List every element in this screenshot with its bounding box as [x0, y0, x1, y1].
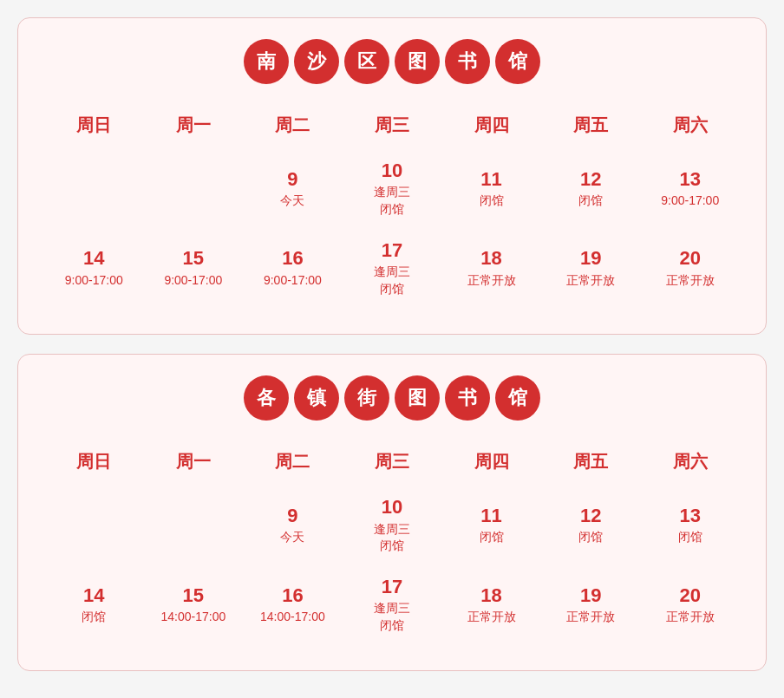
col-header-wed: 周三: [343, 108, 442, 151]
bubble-nan: 南: [244, 39, 289, 84]
title-row-nansha: 南 沙 区 图 书 馆: [44, 39, 740, 84]
cell-r2c3: 16 9:00-17:00: [243, 231, 343, 310]
title-bubbles-townships: 各 镇 街 图 书 馆: [244, 375, 540, 421]
bubble-shu: 书: [445, 39, 490, 84]
cell-r2c4: 17 逢周三闭馆: [343, 231, 442, 310]
bubble-qu: 区: [344, 39, 389, 84]
cell-r1c5: 11 闭馆: [441, 151, 541, 231]
col-header-fri: 周五: [541, 108, 641, 151]
bubble-sha: 沙: [294, 39, 339, 84]
bubble-shu2: 书: [445, 375, 490, 421]
col2-header-wed: 周三: [343, 445, 442, 487]
bubble-guan2: 馆: [495, 375, 540, 421]
cell2-r2c3: 16 14:00-17:00: [243, 567, 343, 647]
cell2-r2c2: 15 14:00-17:00: [144, 567, 244, 647]
cell-r1c2: [144, 151, 244, 231]
cell2-r2c5: 18 正常开放: [441, 567, 541, 647]
cell-r2c6: 19 正常开放: [541, 231, 641, 310]
cell-r1c7: 13 9:00-17:00: [640, 151, 740, 231]
col-header-sat: 周六: [640, 108, 740, 151]
col2-header-sat: 周六: [640, 445, 740, 487]
col-header-thu: 周四: [441, 108, 541, 151]
bubble-tu: 图: [395, 39, 440, 84]
calendar-townships: 周日 周一 周二 周三 周四 周五 周六 9 今天 10 逢周三闭馆 11 闭馆…: [44, 445, 740, 646]
bubble-tu2: 图: [395, 375, 440, 421]
cell-r2c5: 18 正常开放: [441, 231, 541, 310]
bubble-guan: 馆: [495, 39, 540, 84]
col2-header-mon: 周一: [144, 445, 244, 487]
cell2-r1c5: 11 闭馆: [441, 487, 541, 567]
cell2-r1c1: [44, 487, 144, 567]
col2-header-tue: 周二: [243, 445, 343, 487]
col-header-mon: 周一: [144, 108, 244, 151]
cell2-r1c2: [144, 487, 244, 567]
cell2-r1c4: 10 逢周三闭馆: [343, 487, 442, 567]
title-bubbles-nansha: 南 沙 区 图 书 馆: [244, 39, 540, 84]
col-header-tue: 周二: [243, 108, 343, 151]
cell2-r1c6: 12 闭馆: [541, 487, 641, 567]
bubble-jie: 街: [344, 375, 389, 421]
col2-header-sun: 周日: [44, 445, 144, 487]
bubble-zhen: 镇: [294, 375, 339, 421]
calendar-nansha: 周日 周一 周二 周三 周四 周五 周六 9 今天 10 逢周三闭馆 11 闭馆…: [44, 108, 740, 310]
cell-r1c4: 10 逢周三闭馆: [343, 151, 442, 231]
title-row-townships: 各 镇 街 图 书 馆: [44, 375, 740, 421]
cell2-r2c7: 20 正常开放: [640, 567, 740, 647]
cell-r2c7: 20 正常开放: [640, 231, 740, 310]
cell2-r1c7: 13 闭馆: [640, 487, 740, 567]
cell-r2c1: 14 9:00-17:00: [44, 231, 144, 310]
cell-r1c3: 9 今天: [243, 151, 343, 231]
cell-r2c2: 15 9:00-17:00: [144, 231, 244, 310]
col2-header-fri: 周五: [541, 445, 641, 487]
card-nansha: 南 沙 区 图 书 馆 周日 周一 周二 周三 周四 周五 周六 9 今天 10…: [17, 17, 767, 335]
col-header-sun: 周日: [44, 108, 144, 151]
cell-r1c1: [44, 151, 144, 231]
cell2-r2c1: 14 闭馆: [44, 567, 144, 647]
cell2-r2c6: 19 正常开放: [541, 567, 641, 647]
cell2-r2c4: 17 逢周三闭馆: [343, 567, 442, 647]
card-townships: 各 镇 街 图 书 馆 周日 周一 周二 周三 周四 周五 周六 9 今天 10…: [17, 354, 767, 671]
col2-header-thu: 周四: [441, 445, 541, 487]
bubble-ge: 各: [244, 375, 289, 421]
cell-r1c6: 12 闭馆: [541, 151, 641, 231]
cell2-r1c3: 9 今天: [243, 487, 343, 567]
